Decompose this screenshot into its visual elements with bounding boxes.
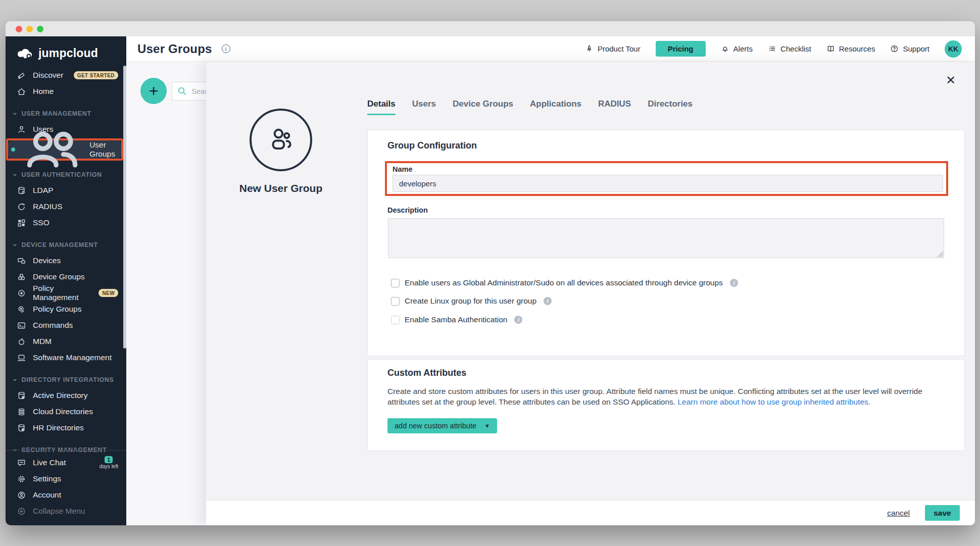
sidebar-item-policy-groups[interactable]: Policy Groups bbox=[6, 301, 126, 317]
modal-tabs: Details Users Device Groups Applications… bbox=[367, 99, 693, 115]
checkbox-row-samba: Enable Samba Authentication i bbox=[391, 315, 522, 324]
sidebar-item-device-groups[interactable]: Device Groups bbox=[6, 269, 126, 285]
jumpcloud-cloud-icon bbox=[17, 48, 34, 59]
sidebar-item-settings[interactable]: Settings bbox=[6, 471, 126, 487]
checkbox-row-global-admin: Enable users as Global Administrator/Sud… bbox=[391, 278, 738, 287]
ldap-icon bbox=[17, 186, 26, 195]
sidebar-item-sso[interactable]: SSO bbox=[6, 215, 126, 231]
support-button[interactable]: Support bbox=[890, 44, 929, 53]
group-configuration-card: Group Configuration Name Description Ena… bbox=[367, 130, 965, 356]
days-left-badge: 1 bbox=[105, 456, 113, 463]
cancel-button[interactable]: cancel bbox=[887, 509, 910, 518]
active-dot-icon bbox=[11, 147, 15, 152]
software-management-icon bbox=[17, 353, 26, 363]
sidebar-item-ldap[interactable]: LDAP bbox=[6, 182, 126, 198]
policy-management-icon bbox=[17, 288, 26, 298]
sidebar-item-home[interactable]: Home bbox=[6, 83, 126, 100]
dropdown-arrow-icon: ▼ bbox=[484, 423, 490, 429]
sidebar-item-policy-management[interactable]: Policy Management NEW bbox=[6, 285, 126, 301]
account-icon bbox=[17, 490, 26, 500]
main-area: User Groups i Product Tour Pricing Alert… bbox=[126, 36, 975, 525]
add-custom-attribute-button[interactable]: add new custom attribute ▼ bbox=[387, 418, 497, 433]
page-title: User Groups bbox=[137, 42, 212, 56]
page-header: User Groups i Product Tour Pricing Alert… bbox=[126, 36, 975, 62]
hr-directories-icon bbox=[17, 423, 26, 433]
user-group-icon bbox=[21, 118, 84, 181]
sidebar-item-cloud-directories[interactable]: Cloud Directories bbox=[6, 404, 126, 420]
global-admin-checkbox[interactable] bbox=[391, 279, 400, 287]
checkbox-row-linux-group: Create Linux group for this user group i bbox=[391, 296, 552, 306]
sidebar-item-hr-directories[interactable]: HR Directories bbox=[6, 420, 126, 436]
cloud-directories-icon bbox=[17, 407, 26, 417]
checklist-icon bbox=[768, 44, 776, 53]
minimize-window-icon[interactable] bbox=[26, 26, 33, 32]
new-user-group-panel: ✕ New User Group Details Users Device bbox=[206, 62, 975, 525]
bell-icon bbox=[721, 44, 729, 53]
group-configuration-title: Group Configuration bbox=[387, 140, 477, 151]
tab-directories[interactable]: Directories bbox=[648, 99, 693, 115]
sidebar-item-commands[interactable]: Commands bbox=[6, 317, 126, 333]
add-user-group-button[interactable]: + bbox=[140, 78, 167, 104]
collapse-arrow-icon bbox=[17, 507, 26, 516]
pricing-button[interactable]: Pricing bbox=[656, 41, 706, 57]
tab-applications[interactable]: Applications bbox=[530, 99, 581, 115]
book-icon bbox=[826, 44, 835, 53]
maximize-window-icon[interactable] bbox=[37, 26, 43, 32]
divider bbox=[6, 450, 126, 451]
name-field-highlight: Name bbox=[385, 161, 948, 196]
new-user-group-header: New User Group bbox=[220, 109, 341, 194]
sidebar-item-account[interactable]: Account bbox=[6, 487, 126, 503]
sidebar-item-collapse-menu[interactable]: Collapse Menu bbox=[6, 503, 126, 519]
sidebar-item-mdm[interactable]: MDM bbox=[6, 333, 126, 350]
sidebar: jumpcloud Discover GET STARTED Home ⌄ US… bbox=[6, 36, 126, 525]
jumpcloud-logo: jumpcloud bbox=[6, 36, 126, 67]
resources-button[interactable]: Resources bbox=[826, 44, 875, 53]
sso-icon bbox=[17, 218, 26, 228]
description-label: Description bbox=[387, 206, 428, 214]
sidebar-item-live-chat[interactable]: Live Chat 1 days left bbox=[6, 455, 126, 471]
sidebar-item-devices[interactable]: Devices bbox=[6, 253, 126, 269]
sidebar-item-radius[interactable]: RADIUS bbox=[6, 198, 126, 215]
info-icon[interactable]: i bbox=[544, 297, 552, 305]
resize-handle[interactable] bbox=[937, 251, 943, 257]
sidebar-item-active-directory[interactable]: Active Directory bbox=[6, 387, 126, 404]
gear-icon bbox=[17, 474, 26, 484]
sidebar-item-user-groups[interactable]: User Groups bbox=[8, 140, 121, 159]
checklist-button[interactable]: Checklist bbox=[768, 44, 811, 53]
chevron-down-icon: ⌄ bbox=[12, 171, 18, 176]
section-device-management[interactable]: ⌄ DEVICE MANAGEMENT bbox=[6, 237, 126, 253]
linux-group-checkbox[interactable] bbox=[391, 297, 400, 306]
product-tour-button[interactable]: Product Tour bbox=[585, 44, 641, 53]
discover-icon bbox=[17, 71, 26, 80]
tab-users[interactable]: Users bbox=[412, 99, 436, 115]
close-window-icon[interactable] bbox=[16, 26, 22, 32]
logo-text: jumpcloud bbox=[38, 46, 98, 60]
sidebar-bottom-group: Live Chat 1 days left Settings Account bbox=[6, 450, 126, 519]
avatar[interactable]: KK bbox=[945, 40, 962, 58]
tab-details[interactable]: Details bbox=[367, 99, 396, 115]
user-group-glyph-icon bbox=[265, 124, 297, 156]
rocket-icon bbox=[585, 44, 594, 53]
sidebar-item-discover[interactable]: Discover GET STARTED bbox=[6, 67, 126, 83]
chat-icon bbox=[17, 458, 26, 468]
samba-auth-checkbox[interactable] bbox=[391, 316, 400, 324]
tab-radius[interactable]: RADIUS bbox=[598, 99, 631, 115]
section-directory-integrations[interactable]: ⌄ DIRECTORY INTEGRATIONS bbox=[6, 372, 126, 387]
info-icon[interactable]: i bbox=[222, 44, 230, 53]
info-icon[interactable]: i bbox=[730, 279, 738, 287]
chevron-down-icon: ⌄ bbox=[12, 241, 18, 246]
custom-attributes-title: Custom Attributes bbox=[387, 368, 466, 378]
description-textarea[interactable] bbox=[388, 218, 944, 258]
save-button[interactable]: save bbox=[925, 505, 960, 521]
sidebar-item-user-groups-highlight: User Groups bbox=[6, 138, 123, 161]
macos-titlebar bbox=[6, 21, 975, 36]
alerts-button[interactable]: Alerts bbox=[721, 44, 753, 53]
learn-more-link[interactable]: Learn more about how to use group inheri… bbox=[677, 398, 870, 406]
chevron-down-icon: ⌄ bbox=[12, 110, 18, 115]
group-name-input[interactable] bbox=[393, 175, 943, 192]
sidebar-item-software-management[interactable]: Software Management bbox=[6, 350, 126, 366]
info-icon[interactable]: i bbox=[514, 316, 522, 324]
tab-device-groups[interactable]: Device Groups bbox=[453, 99, 513, 115]
close-icon[interactable]: ✕ bbox=[944, 74, 957, 87]
get-started-badge: GET STARTED bbox=[74, 71, 118, 79]
